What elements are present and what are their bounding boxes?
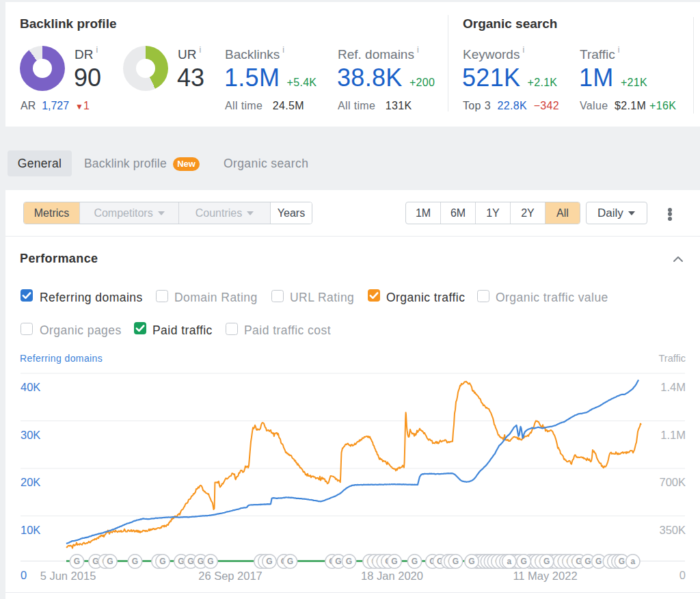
svg-text:G: G: [391, 557, 397, 566]
svg-text:G: G: [543, 557, 550, 566]
svg-text:a: a: [507, 557, 511, 566]
svg-text:G: G: [346, 557, 352, 566]
svg-text:G: G: [159, 557, 165, 566]
svg-text:G: G: [335, 557, 341, 566]
svg-text:G: G: [468, 557, 474, 566]
svg-text:G: G: [595, 557, 602, 566]
svg-text:G: G: [132, 557, 138, 566]
svg-text:G: G: [74, 557, 80, 566]
svg-text:G: G: [287, 557, 293, 566]
svg-text:G: G: [187, 557, 193, 566]
svg-text:G: G: [207, 557, 213, 566]
svg-text:G: G: [266, 557, 272, 566]
svg-text:G: G: [453, 557, 459, 566]
svg-text:G: G: [198, 557, 204, 566]
svg-text:G: G: [521, 557, 527, 566]
svg-text:G: G: [619, 557, 625, 566]
svg-text:G: G: [584, 557, 591, 566]
svg-text:a: a: [630, 557, 635, 566]
svg-text:G: G: [107, 557, 113, 566]
svg-text:G: G: [412, 557, 418, 566]
